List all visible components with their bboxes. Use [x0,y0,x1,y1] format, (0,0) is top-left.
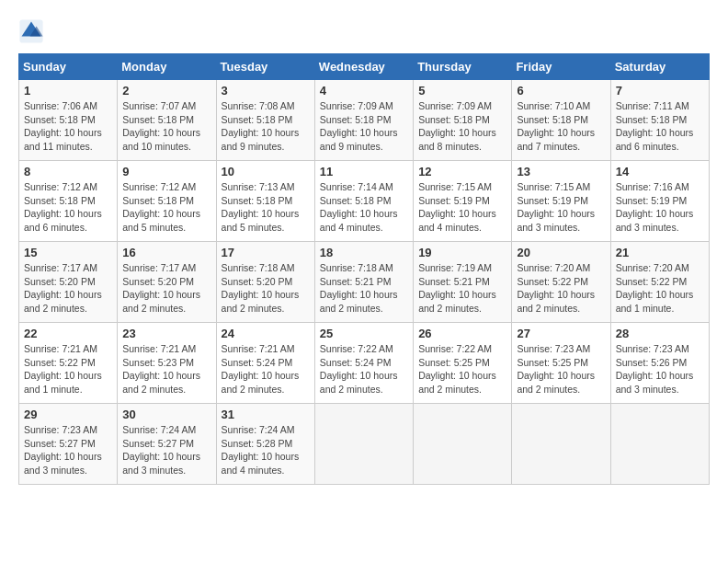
calendar-cell: 11 Sunrise: 7:14 AM Sunset: 5:18 PM Dayl… [314,161,413,242]
calendar-cell: 16 Sunrise: 7:17 AM Sunset: 5:20 PM Dayl… [118,242,216,323]
day-info: Sunrise: 7:09 AM Sunset: 5:18 PM Dayligh… [418,99,506,154]
day-of-week-sunday: Sunday [19,54,118,80]
week-row-4: 22 Sunrise: 7:21 AM Sunset: 5:22 PM Dayl… [19,323,710,404]
day-info: Sunrise: 7:07 AM Sunset: 5:18 PM Dayligh… [122,99,210,154]
day-number: 26 [418,327,506,340]
calendar-cell: 7 Sunrise: 7:11 AM Sunset: 5:18 PM Dayli… [610,80,709,161]
day-info: Sunrise: 7:12 AM Sunset: 5:18 PM Dayligh… [24,180,112,235]
day-info: Sunrise: 7:21 AM Sunset: 5:22 PM Dayligh… [24,342,112,396]
day-number: 27 [517,327,605,340]
calendar-cell [512,404,610,485]
day-number: 29 [24,408,112,421]
day-of-week-friday: Friday [512,54,610,80]
day-number: 19 [418,246,506,259]
calendar-cell: 22 Sunrise: 7:21 AM Sunset: 5:22 PM Dayl… [19,323,118,404]
calendar-cell: 30 Sunrise: 7:24 AM Sunset: 5:27 PM Dayl… [118,404,216,485]
logo-icon [18,18,44,44]
day-number: 22 [24,327,112,340]
day-info: Sunrise: 7:17 AM Sunset: 5:20 PM Dayligh… [24,261,112,316]
day-info: Sunrise: 7:23 AM Sunset: 5:27 PM Dayligh… [24,423,112,477]
day-number: 31 [222,408,310,421]
calendar-cell: 24 Sunrise: 7:21 AM Sunset: 5:24 PM Dayl… [216,323,314,404]
calendar-cell [610,404,709,485]
day-number: 15 [24,246,112,259]
week-row-5: 29 Sunrise: 7:23 AM Sunset: 5:27 PM Dayl… [19,404,710,485]
day-info: Sunrise: 7:21 AM Sunset: 5:24 PM Dayligh… [222,342,310,396]
day-number: 28 [616,327,704,340]
day-info: Sunrise: 7:24 AM Sunset: 5:27 PM Dayligh… [122,423,210,477]
calendar-cell: 29 Sunrise: 7:23 AM Sunset: 5:27 PM Dayl… [19,404,118,485]
calendar-cell: 4 Sunrise: 7:09 AM Sunset: 5:18 PM Dayli… [314,80,413,161]
day-number: 18 [320,246,408,259]
calendar-cell: 12 Sunrise: 7:15 AM Sunset: 5:19 PM Dayl… [414,161,512,242]
day-number: 20 [517,246,605,259]
calendar-cell [414,404,512,485]
day-info: Sunrise: 7:08 AM Sunset: 5:18 PM Dayligh… [222,99,310,154]
day-number: 7 [616,84,704,98]
calendar-cell: 31 Sunrise: 7:24 AM Sunset: 5:28 PM Dayl… [216,404,314,485]
day-of-week-tuesday: Tuesday [216,54,314,80]
calendar-cell: 8 Sunrise: 7:12 AM Sunset: 5:18 PM Dayli… [19,161,118,242]
day-number: 10 [222,165,310,178]
day-number: 21 [616,246,704,259]
calendar-cell: 19 Sunrise: 7:19 AM Sunset: 5:21 PM Dayl… [414,242,512,323]
calendar-cell: 23 Sunrise: 7:21 AM Sunset: 5:23 PM Dayl… [118,323,216,404]
calendar-cell: 9 Sunrise: 7:12 AM Sunset: 5:18 PM Dayli… [118,161,216,242]
day-info: Sunrise: 7:16 AM Sunset: 5:19 PM Dayligh… [616,180,704,235]
calendar-cell: 6 Sunrise: 7:10 AM Sunset: 5:18 PM Dayli… [512,80,610,161]
day-info: Sunrise: 7:23 AM Sunset: 5:25 PM Dayligh… [517,342,605,396]
day-number: 16 [122,246,210,259]
calendar-cell: 3 Sunrise: 7:08 AM Sunset: 5:18 PM Dayli… [216,80,314,161]
day-info: Sunrise: 7:10 AM Sunset: 5:18 PM Dayligh… [517,99,605,154]
day-info: Sunrise: 7:20 AM Sunset: 5:22 PM Dayligh… [517,261,605,316]
day-number: 24 [222,327,310,340]
week-row-1: 1 Sunrise: 7:06 AM Sunset: 5:18 PM Dayli… [19,80,710,161]
calendar-table: SundayMondayTuesdayWednesdayThursdayFrid… [18,53,710,485]
logo [18,18,48,44]
day-number: 4 [320,84,408,98]
day-of-week-saturday: Saturday [610,54,709,80]
calendar-cell: 17 Sunrise: 7:18 AM Sunset: 5:20 PM Dayl… [216,242,314,323]
day-number: 17 [222,246,310,259]
week-row-3: 15 Sunrise: 7:17 AM Sunset: 5:20 PM Dayl… [19,242,710,323]
calendar-cell: 5 Sunrise: 7:09 AM Sunset: 5:18 PM Dayli… [414,80,512,161]
day-info: Sunrise: 7:21 AM Sunset: 5:23 PM Dayligh… [122,342,210,396]
day-info: Sunrise: 7:17 AM Sunset: 5:20 PM Dayligh… [122,261,210,316]
page-header [18,18,710,44]
calendar-cell: 1 Sunrise: 7:06 AM Sunset: 5:18 PM Dayli… [19,80,118,161]
day-info: Sunrise: 7:15 AM Sunset: 5:19 PM Dayligh… [418,180,506,235]
day-info: Sunrise: 7:18 AM Sunset: 5:20 PM Dayligh… [222,261,310,316]
day-number: 12 [418,165,506,178]
calendar-cell: 20 Sunrise: 7:20 AM Sunset: 5:22 PM Dayl… [512,242,610,323]
week-row-2: 8 Sunrise: 7:12 AM Sunset: 5:18 PM Dayli… [19,161,710,242]
day-info: Sunrise: 7:19 AM Sunset: 5:21 PM Dayligh… [418,261,506,316]
day-number: 8 [24,165,112,178]
day-info: Sunrise: 7:23 AM Sunset: 5:26 PM Dayligh… [616,342,704,396]
calendar-cell: 25 Sunrise: 7:22 AM Sunset: 5:24 PM Dayl… [314,323,413,404]
calendar-cell: 28 Sunrise: 7:23 AM Sunset: 5:26 PM Dayl… [610,323,709,404]
calendar-cell [314,404,413,485]
day-number: 30 [122,408,210,421]
day-number: 25 [320,327,408,340]
day-number: 6 [517,84,605,98]
day-of-week-monday: Monday [118,54,216,80]
day-info: Sunrise: 7:06 AM Sunset: 5:18 PM Dayligh… [24,99,112,154]
calendar-cell: 15 Sunrise: 7:17 AM Sunset: 5:20 PM Dayl… [19,242,118,323]
day-of-week-thursday: Thursday [414,54,512,80]
day-number: 23 [122,327,210,340]
day-info: Sunrise: 7:11 AM Sunset: 5:18 PM Dayligh… [616,99,704,154]
day-number: 11 [320,165,408,178]
calendar-header-row: SundayMondayTuesdayWednesdayThursdayFrid… [19,54,710,80]
day-number: 5 [418,84,506,98]
day-info: Sunrise: 7:12 AM Sunset: 5:18 PM Dayligh… [122,180,210,235]
day-number: 1 [24,84,112,98]
day-info: Sunrise: 7:13 AM Sunset: 5:18 PM Dayligh… [222,180,310,235]
day-info: Sunrise: 7:15 AM Sunset: 5:19 PM Dayligh… [517,180,605,235]
day-of-week-wednesday: Wednesday [314,54,413,80]
calendar-cell: 27 Sunrise: 7:23 AM Sunset: 5:25 PM Dayl… [512,323,610,404]
day-number: 9 [122,165,210,178]
calendar-cell: 21 Sunrise: 7:20 AM Sunset: 5:22 PM Dayl… [610,242,709,323]
calendar-cell: 14 Sunrise: 7:16 AM Sunset: 5:19 PM Dayl… [610,161,709,242]
day-number: 2 [122,84,210,98]
calendar-cell: 13 Sunrise: 7:15 AM Sunset: 5:19 PM Dayl… [512,161,610,242]
